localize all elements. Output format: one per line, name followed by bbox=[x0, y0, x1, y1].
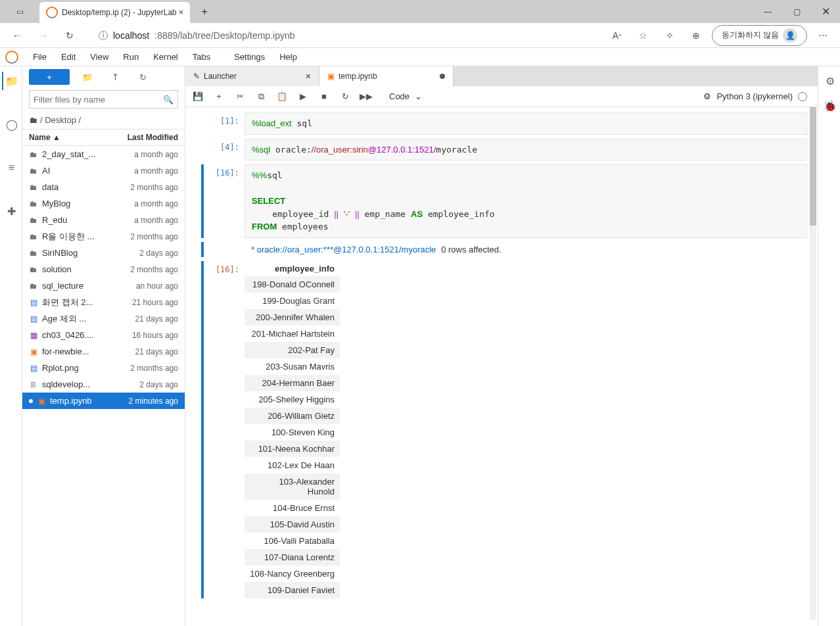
new-tab-button[interactable]: + bbox=[190, 0, 219, 23]
minimize-button[interactable]: — bbox=[753, 0, 782, 23]
output-prompt bbox=[206, 242, 245, 246]
folder-icon: 🖿 bbox=[29, 166, 38, 176]
favorite-icon[interactable]: ☆ bbox=[633, 25, 654, 46]
menu-settings[interactable]: Settings bbox=[231, 51, 268, 63]
cell-source[interactable]: %load_ext sql bbox=[245, 112, 807, 135]
file-row[interactable]: ▣temp.ipynb2 minutes ago bbox=[22, 393, 185, 409]
file-row[interactable]: ▤Age 제외 ...21 days ago bbox=[22, 310, 185, 327]
file-row[interactable]: 🖿SiriNBlog2 days ago bbox=[22, 245, 185, 261]
scroll-thumb[interactable] bbox=[810, 107, 816, 226]
file-row[interactable]: 🖿AIa month ago bbox=[22, 162, 185, 179]
menu-kernel[interactable]: Kernel bbox=[151, 51, 181, 63]
code-cell[interactable]: [4]: %sql oracle://ora_user:sirin@127.0.… bbox=[201, 139, 807, 161]
restart-run-all-button[interactable]: ▶▶ bbox=[359, 89, 373, 104]
tab-label: Launcher bbox=[204, 72, 237, 81]
file-name: SiriNBlog bbox=[42, 248, 135, 258]
file-row[interactable]: 🖿sql_lecturean hour ago bbox=[22, 277, 185, 294]
left-rail: 📁 ◯ ≡ ✚ bbox=[0, 66, 22, 626]
cell-source[interactable]: %%sql SELECT employee_id || '-' || emp_n… bbox=[245, 164, 807, 238]
file-row[interactable]: 🖿R을 이용한 ...2 months ago bbox=[22, 228, 185, 245]
file-row[interactable]: 🖿R_edua month ago bbox=[22, 212, 185, 228]
file-row[interactable]: 🖿data2 months ago bbox=[22, 179, 185, 195]
new-launcher-button[interactable]: + bbox=[29, 69, 70, 85]
back-button[interactable]: ← bbox=[7, 25, 28, 46]
output-prompt: [16]: bbox=[206, 261, 245, 274]
menu-help[interactable]: Help bbox=[277, 51, 300, 63]
running-icon[interactable]: ◯ bbox=[2, 115, 20, 133]
toc-icon[interactable]: ≡ bbox=[2, 158, 20, 177]
menu-run[interactable]: Run bbox=[120, 51, 141, 63]
property-inspector-icon[interactable]: ⚙ bbox=[820, 72, 839, 90]
refresh-files-button[interactable]: ↻ bbox=[133, 69, 152, 85]
file-row[interactable]: 🗎sqldevelop...2 days ago bbox=[22, 376, 185, 393]
file-modified: 21 days ago bbox=[135, 347, 178, 356]
file-row[interactable]: ▤화면 캡처 2...21 hours ago bbox=[22, 294, 185, 310]
kernel-name[interactable]: Python 3 (ipykernel) bbox=[716, 91, 793, 101]
file-row[interactable]: 🖿solution2 months ago bbox=[22, 261, 185, 277]
file-row[interactable]: 🖿MyBloga month ago bbox=[22, 195, 185, 212]
breadcrumb[interactable]: 🖿 / Desktop / bbox=[22, 111, 185, 129]
forward-button[interactable]: → bbox=[33, 25, 54, 46]
sync-button[interactable]: 동기화하지 않음 👤 bbox=[712, 25, 807, 46]
url-host: localhost bbox=[113, 30, 149, 41]
maximize-button[interactable]: ▢ bbox=[782, 0, 811, 23]
file-toolbar: + 📁 ⤒ ↻ bbox=[22, 66, 185, 87]
filter-input[interactable] bbox=[34, 95, 163, 105]
url-field[interactable]: i localhost:8889/lab/tree/Desktop/temp.i… bbox=[92, 26, 595, 45]
code-cell[interactable]: [16]: %%sql SELECT employee_id || '-' ||… bbox=[201, 164, 807, 238]
debug-icon[interactable]: 🐞 bbox=[820, 97, 839, 115]
restart-button[interactable]: ↻ bbox=[338, 89, 352, 104]
file-name: sql_lecture bbox=[42, 281, 132, 291]
close-icon[interactable]: × bbox=[306, 71, 311, 82]
run-button[interactable]: ▶ bbox=[296, 89, 310, 104]
stop-button[interactable]: ■ bbox=[317, 89, 331, 104]
col-modified[interactable]: Last Modified bbox=[128, 133, 178, 142]
save-button[interactable]: 💾 bbox=[191, 89, 205, 104]
menu-edit[interactable]: Edit bbox=[58, 51, 78, 63]
search-icon: 🔍 bbox=[163, 95, 174, 105]
file-row[interactable]: 🖿2_day_stat_...a month ago bbox=[22, 146, 185, 162]
col-name[interactable]: Name ▲ bbox=[29, 133, 128, 142]
menu-file[interactable]: File bbox=[30, 51, 49, 63]
paste-button[interactable]: 📋 bbox=[275, 89, 289, 104]
filebrowser-icon[interactable]: 📁 bbox=[2, 72, 20, 90]
filter-box[interactable]: 🔍 bbox=[29, 90, 178, 108]
refresh-button[interactable]: ↻ bbox=[59, 25, 80, 46]
new-folder-button[interactable]: 📁 bbox=[78, 69, 97, 85]
copy-button[interactable]: ⧉ bbox=[254, 89, 268, 104]
insert-cell-button[interactable]: + bbox=[212, 89, 226, 104]
scrollbar[interactable] bbox=[810, 107, 816, 620]
close-button[interactable]: ✕ bbox=[811, 0, 840, 23]
cell-source[interactable]: %sql oracle://ora_user:sirin@127.0.0.1:1… bbox=[245, 139, 807, 161]
menu-tabs[interactable]: Tabs bbox=[190, 51, 213, 63]
extension-icon[interactable]: ✚ bbox=[2, 202, 20, 220]
file-modified: 16 hours ago bbox=[132, 331, 178, 340]
file-name: Rplot.png bbox=[42, 363, 126, 373]
file-modified: a month ago bbox=[134, 150, 178, 159]
read-aloud-icon[interactable]: A» bbox=[607, 25, 628, 46]
file-name: temp.ipynb bbox=[50, 396, 125, 406]
file-modified: a month ago bbox=[134, 166, 178, 176]
tab-launcher[interactable]: ✎ Launcher × bbox=[185, 66, 319, 86]
menu-view[interactable]: View bbox=[87, 51, 111, 63]
file-row[interactable]: ▦ch03_0426....16 hours ago bbox=[22, 327, 185, 343]
more-icon[interactable]: ⋯ bbox=[812, 25, 833, 46]
tab-actions-icon[interactable]: ▭ bbox=[5, 0, 34, 23]
tab-notebook[interactable]: ▣ temp.ipynb bbox=[319, 66, 454, 86]
cut-button[interactable]: ✂ bbox=[233, 89, 247, 104]
file-name: R을 이용한 ... bbox=[42, 231, 126, 243]
code-cell[interactable]: [1]: %load_ext sql bbox=[201, 112, 807, 135]
file-name: R_edu bbox=[42, 215, 130, 225]
browser-tab[interactable]: Desktop/temp.ip (2) - JupyterLab × bbox=[39, 2, 190, 23]
file-row[interactable]: ▤Rplot.png2 months ago bbox=[22, 360, 185, 376]
file-name: Age 제외 ... bbox=[42, 313, 131, 325]
jupyter-logo-icon[interactable] bbox=[5, 51, 18, 64]
file-row[interactable]: ▣for-newbie...21 days ago bbox=[22, 343, 185, 360]
favorites-bar-icon[interactable]: ✧ bbox=[659, 25, 680, 46]
file-browser: + 📁 ⤒ ↻ 🔍 🖿 / Desktop / Name ▲ Last Modi… bbox=[22, 66, 185, 626]
collections-icon[interactable]: ⊕ bbox=[686, 25, 707, 46]
kernel-busy-icon[interactable]: ⚙ bbox=[703, 91, 711, 101]
cell-type-select[interactable]: Code ⌄ bbox=[385, 90, 432, 103]
folder-icon: 🖿 bbox=[29, 232, 38, 241]
upload-button[interactable]: ⤒ bbox=[105, 69, 125, 85]
